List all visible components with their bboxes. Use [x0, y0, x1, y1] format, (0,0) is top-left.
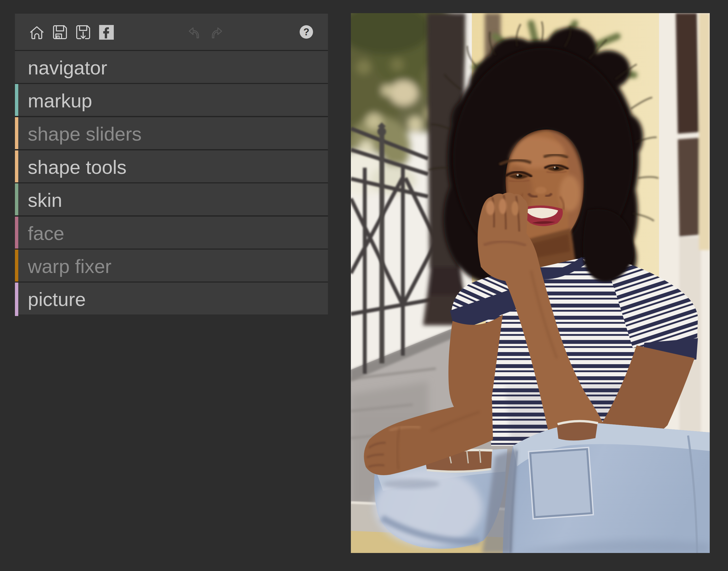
svg-text:?: ?: [303, 26, 309, 37]
